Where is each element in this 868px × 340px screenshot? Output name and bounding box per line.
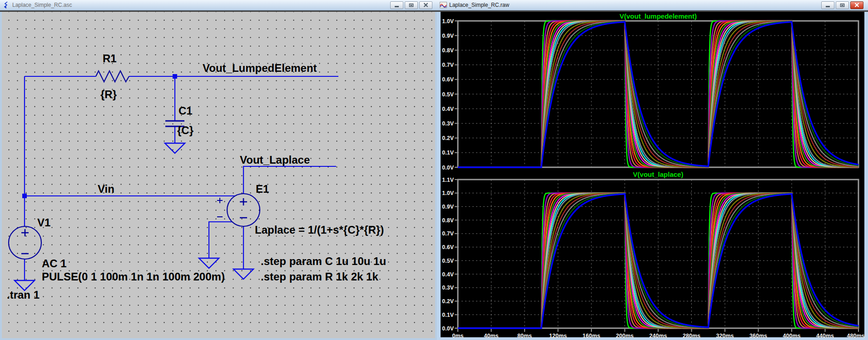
- y-axis-tick-label: 0.3V: [442, 285, 454, 291]
- bottom-pane-title[interactable]: V(vout_laplace): [633, 170, 684, 178]
- minimize-button[interactable]: [390, 1, 403, 9]
- y-axis-tick-label: 0.5V: [442, 258, 454, 264]
- y-axis-tick-label: 0.2V: [442, 298, 454, 305]
- y-axis-tick-label: 0.0V: [442, 165, 454, 171]
- y-axis-tick-label: 0.8V: [442, 217, 454, 224]
- restore-button[interactable]: [836, 1, 849, 9]
- resistor-ref-label[interactable]: R1: [103, 52, 117, 65]
- minimize-button[interactable]: [821, 1, 834, 9]
- y-axis-tick-label: 0.4V: [442, 271, 454, 278]
- waveform-window-title: Laplace_Simple_RC.raw: [449, 2, 509, 8]
- y-axis-tick-label: 0.1V: [442, 312, 454, 318]
- waveform-plot[interactable]: V(vout_lumpedelement) V(vout_laplace) 1.…: [437, 0, 868, 340]
- e-source-laplace-expression[interactable]: Laplace = 1/(1+s*{C}*{R}): [255, 224, 384, 236]
- y-axis-tick-label: 0.2V: [442, 135, 454, 141]
- net-label-vout-lumped[interactable]: Vout_LumpedElement: [203, 62, 317, 74]
- directive-step-c[interactable]: .step param C 1u 10u 1u: [261, 255, 386, 267]
- y-axis-tick-label: 1.0V: [442, 190, 454, 196]
- y-axis-tick-label: 0.6V: [442, 244, 454, 250]
- waveform-titlebar[interactable]: Laplace_Simple_RC.raw: [437, 0, 868, 10]
- resistor-value-label[interactable]: {R}: [100, 88, 117, 100]
- y-axis-tick-label: 0.3V: [442, 120, 454, 127]
- source-ac-text[interactable]: AC 1: [42, 257, 67, 270]
- net-label-vin[interactable]: Vin: [98, 183, 114, 195]
- y-axis-tick-label: 0.7V: [442, 62, 454, 68]
- capacitor-ref-label[interactable]: C1: [179, 105, 193, 117]
- resistor-symbol[interactable]: [96, 71, 129, 82]
- wire-junctions: [22, 74, 177, 198]
- top-pane-title[interactable]: V(vout_lumpedelement): [620, 12, 697, 20]
- net-label-vout-laplace[interactable]: Vout_Laplace: [240, 154, 310, 166]
- y-axis-tick-label: 1.0V: [442, 18, 454, 25]
- source-pulse-text[interactable]: PULSE(0 1 100m 1n 1n 100m 200m): [42, 270, 225, 283]
- x-axis-tick-label: 40ms: [484, 333, 499, 339]
- directive-step-r[interactable]: .step param R 1k 2k 1k: [261, 270, 378, 283]
- x-axis-tick-label: 280ms: [683, 333, 700, 339]
- close-button[interactable]: [419, 1, 432, 9]
- x-axis-tick-label: 400ms: [783, 333, 801, 339]
- y-axis-tick-label: 1.1V: [442, 177, 454, 183]
- schematic-window: R1 {R} C1 {C} Vout_LumpedElement Vin Vou…: [0, 0, 437, 340]
- schematic-window-title: Laplace_Simple_RC.asc: [12, 2, 72, 8]
- y-axis-tick-label: 0.7V: [442, 230, 454, 237]
- capacitor-value-label[interactable]: {C}: [177, 124, 193, 136]
- e-source-ref-label[interactable]: E1: [256, 183, 269, 195]
- x-axis-tick-label: 480ms: [847, 333, 865, 339]
- x-axis-tick-label: 120ms: [549, 333, 567, 339]
- x-axis-tick-label: 80ms: [517, 333, 532, 339]
- schematic-titlebar[interactable]: Laplace_Simple_RC.asc: [0, 0, 437, 10]
- y-axis-tick-label: 0.1V: [442, 150, 454, 156]
- x-axis-tick-label: 200ms: [616, 333, 634, 339]
- schematic-drawing: R1 {R} C1 {C} Vout_LumpedElement Vin Vou…: [0, 0, 437, 340]
- y-axis-tick-label: 0.9V: [442, 33, 454, 39]
- ltspice-app: R1 {R} C1 {C} Vout_LumpedElement Vin Vou…: [0, 0, 868, 340]
- x-axis-tick-label: 160ms: [583, 333, 600, 339]
- directive-tran[interactable]: .tran 1: [7, 289, 40, 301]
- y-axis-tick-label: 0.8V: [442, 47, 454, 54]
- voltage-source-symbol[interactable]: [9, 226, 41, 259]
- y-axis-tick-label: 0.9V: [442, 204, 454, 210]
- x-axis-tick-label: 440ms: [816, 333, 834, 339]
- ltspice-waveform-icon: [440, 1, 447, 9]
- x-axis-tick-label: 240ms: [650, 333, 667, 339]
- y-axis-tick-label: 0.5V: [442, 91, 454, 98]
- x-axis-tick-label: 0ms: [452, 333, 463, 339]
- restore-button[interactable]: [405, 1, 418, 9]
- ltspice-schematic-icon: [3, 1, 10, 9]
- y-axis-tick-label: 0.6V: [442, 76, 454, 83]
- close-button[interactable]: [850, 1, 863, 9]
- waveform-window: V(vout_lumpedelement) V(vout_laplace) 1.…: [437, 0, 868, 340]
- voltage-source-ref-label[interactable]: V1: [37, 216, 50, 229]
- x-axis-tick-label: 360ms: [749, 333, 767, 339]
- y-axis-tick-label: 0.4V: [442, 106, 454, 112]
- y-axis-tick-label: 0.0V: [442, 325, 454, 332]
- x-axis-tick-label: 320ms: [716, 333, 734, 339]
